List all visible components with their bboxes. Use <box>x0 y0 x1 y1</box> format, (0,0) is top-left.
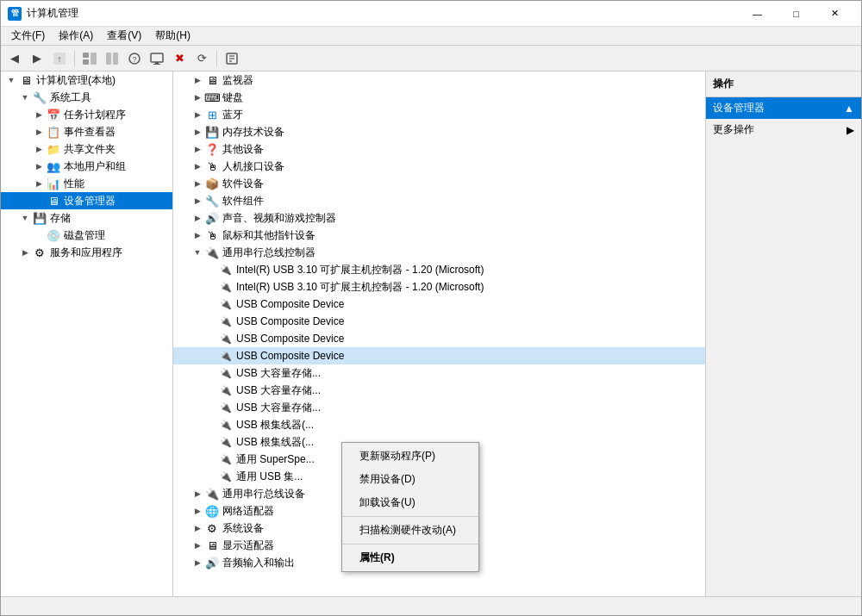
cicon-memory: 💾 <box>204 126 220 139</box>
clabel-usb-hub: 通用 USB 集... <box>236 470 303 484</box>
clabel-usb-comp2: USB Composite Device <box>236 315 344 327</box>
close-button[interactable]: ✕ <box>815 1 854 27</box>
ctx-disable-device[interactable]: 禁用设备(D) <box>342 468 478 491</box>
center-item-usb-mass2[interactable]: 🔌 USB 大容量存储... <box>173 382 705 399</box>
tree-item-root[interactable]: ▼ 🖥 计算机管理(本地) <box>1 72 172 89</box>
center-item-monitor[interactable]: ▶ 🖥 监视器 <box>173 72 705 89</box>
tree-item-services[interactable]: ▶ ⚙ 服务和应用程序 <box>1 244 172 261</box>
tree-item-shares[interactable]: ▶ 📁 共享文件夹 <box>1 140 172 158</box>
clabel-sound-io: 音频输入和输出 <box>222 556 295 570</box>
center-item-audio[interactable]: ▶ 🔊 声音、视频和游戏控制器 <box>173 209 705 227</box>
right-panel-devmgr-label: 设备管理器 <box>713 101 765 115</box>
label-services: 服务和应用程序 <box>50 246 122 260</box>
ctoggle-network: ▶ <box>191 507 204 515</box>
center-item-component[interactable]: ▶ 🔧 软件组件 <box>173 192 705 209</box>
cicon-usb-root2: 🔌 <box>218 437 234 448</box>
ctx-uninstall-device[interactable]: 卸载设备(U) <box>342 491 478 514</box>
cicon-firmware: 📦 <box>204 177 220 190</box>
tree-item-storage[interactable]: ▼ 💾 存储 <box>1 209 172 227</box>
svg-rect-6 <box>113 53 118 65</box>
center-item-usb-ctrl[interactable]: ▼ 🔌 通用串行总线控制器 <box>173 244 705 261</box>
cicon-other: ❓ <box>204 143 220 156</box>
ctoggle-usb-comp2 <box>204 317 218 326</box>
right-panel-devmgr[interactable]: 设备管理器 ▲ <box>706 97 861 119</box>
label-tasks: 任务计划程序 <box>64 108 126 122</box>
cicon-usb-comp2: 🔌 <box>218 316 234 327</box>
menu-file[interactable]: 文件(F) <box>4 27 52 45</box>
window-controls: — □ ✕ <box>738 1 854 27</box>
cicon-bluetooth: ⊞ <box>204 109 220 121</box>
label-root: 计算机管理(本地) <box>36 73 116 88</box>
show-hide-button[interactable] <box>79 48 100 69</box>
clabel-usb-comp1: USB Composite Device <box>236 298 344 310</box>
toggle-button[interactable] <box>102 48 122 69</box>
stop-button[interactable]: ✖ <box>169 48 190 69</box>
center-item-usb-mass1[interactable]: 🔌 USB 大容量存储... <box>173 364 705 382</box>
forward-button[interactable]: ▶ <box>27 48 47 69</box>
center-item-usb-comp3[interactable]: 🔌 USB Composite Device <box>173 330 705 347</box>
menu-action[interactable]: 操作(A) <box>52 27 100 45</box>
refresh-button[interactable]: ⟳ <box>191 48 212 69</box>
center-item-hid[interactable]: ▶ 🖱 人机接口设备 <box>173 158 705 175</box>
ctoggle-sound-io: ▶ <box>191 558 204 567</box>
up-button[interactable]: ↑ <box>49 48 70 69</box>
ctoggle-usb-comp1 <box>204 300 218 308</box>
help-button[interactable]: ? <box>124 48 145 69</box>
ctx-update-driver[interactable]: 更新驱动程序(P) <box>342 445 478 468</box>
cicon-sound-io: 🔊 <box>204 557 220 569</box>
cicon-audio: 🔊 <box>204 212 220 225</box>
tree-item-users[interactable]: ▶ 👥 本地用户和组 <box>1 158 172 175</box>
center-item-usb-mass3[interactable]: 🔌 USB 大容量存储... <box>173 399 705 416</box>
cicon-usb-root1: 🔌 <box>218 420 234 431</box>
back-button[interactable]: ◀ <box>4 48 25 69</box>
tree-item-perf[interactable]: ▶ 📊 性能 <box>1 175 172 192</box>
icon-tasks: 📅 <box>46 109 61 121</box>
center-item-other[interactable]: ▶ ❓ 其他设备 <box>173 140 705 158</box>
ctx-scan-hardware[interactable]: 扫描检测硬件改动(A) <box>342 519 478 542</box>
center-item-memory[interactable]: ▶ 💾 内存技术设备 <box>173 123 705 140</box>
cicon-monitor: 🖥 <box>204 74 220 87</box>
clabel-usb-mass3: USB 大容量存储... <box>236 401 321 415</box>
clabel-usb-mass1: USB 大容量存储... <box>236 366 321 381</box>
center-item-usb-comp4[interactable]: 🔌 USB Composite Device <box>173 347 705 364</box>
properties-button[interactable] <box>222 48 242 69</box>
svg-rect-10 <box>155 62 159 64</box>
menu-view[interactable]: 查看(V) <box>100 27 148 45</box>
clabel-system: 系统设备 <box>222 521 264 536</box>
center-item-usb-root1[interactable]: 🔌 USB 根集线器(... <box>173 416 705 433</box>
right-panel-more[interactable]: 更多操作 ▶ <box>706 119 861 140</box>
center-item-intel2[interactable]: 🔌 Intel(R) USB 3.10 可扩展主机控制器 - 1.20 (Mic… <box>173 278 705 296</box>
ctoggle-usb-hub <box>204 472 218 481</box>
clabel-usb-comp4: USB Composite Device <box>236 350 344 362</box>
minimize-button[interactable]: — <box>738 1 777 27</box>
center-item-keyboard[interactable]: ▶ ⌨ 键盘 <box>173 89 705 106</box>
center-item-usb-comp2[interactable]: 🔌 USB Composite Device <box>173 313 705 330</box>
cicon-system: ⚙ <box>204 522 220 535</box>
icon-shares: 📁 <box>46 143 61 156</box>
context-menu: 更新驱动程序(P) 禁用设备(D) 卸载设备(U) 扫描检测硬件改动(A) 属性… <box>341 442 479 572</box>
center-item-mouse[interactable]: ▶ 🖱 鼠标和其他指针设备 <box>173 227 705 244</box>
tree-item-tasks[interactable]: ▶ 📅 任务计划程序 <box>1 106 172 123</box>
center-item-firmware[interactable]: ▶ 📦 软件设备 <box>173 175 705 192</box>
tree-item-diskmgr[interactable]: 💿 磁盘管理 <box>1 227 172 244</box>
center-item-bluetooth[interactable]: ▶ ⊞ 蓝牙 <box>173 106 705 123</box>
svg-rect-9 <box>151 53 163 62</box>
label-tools: 系统工具 <box>50 90 91 105</box>
maximize-button[interactable]: □ <box>777 1 815 27</box>
menu-help[interactable]: 帮助(H) <box>148 27 197 45</box>
monitor-button[interactable] <box>147 48 167 69</box>
ctoggle-intel1 <box>204 265 218 274</box>
center-item-intel1[interactable]: 🔌 Intel(R) USB 3.10 可扩展主机控制器 - 1.20 (Mic… <box>173 261 705 278</box>
tree-item-events[interactable]: ▶ 📋 事件查看器 <box>1 123 172 140</box>
right-panel: 操作 设备管理器 ▲ 更多操作 ▶ <box>706 72 861 596</box>
tree-item-tools[interactable]: ▼ 🔧 系统工具 <box>1 89 172 106</box>
ctx-properties[interactable]: 属性(R) <box>342 546 478 569</box>
clabel-hid: 人机接口设备 <box>222 159 284 174</box>
cicon-display: 🖥 <box>204 539 220 552</box>
clabel-component: 软件组件 <box>222 194 264 208</box>
clabel-intel1: Intel(R) USB 3.10 可扩展主机控制器 - 1.20 (Micro… <box>236 263 484 277</box>
center-item-usb-comp1[interactable]: 🔌 USB Composite Device <box>173 296 705 313</box>
tree-item-devmgr[interactable]: 🖥 设备管理器 <box>1 192 172 209</box>
main-area: ▼ 🖥 计算机管理(本地) ▼ 🔧 系统工具 ▶ 📅 任务计划程序 ▶ 📋 事件… <box>1 72 861 596</box>
ctoggle-mouse: ▶ <box>191 231 204 240</box>
